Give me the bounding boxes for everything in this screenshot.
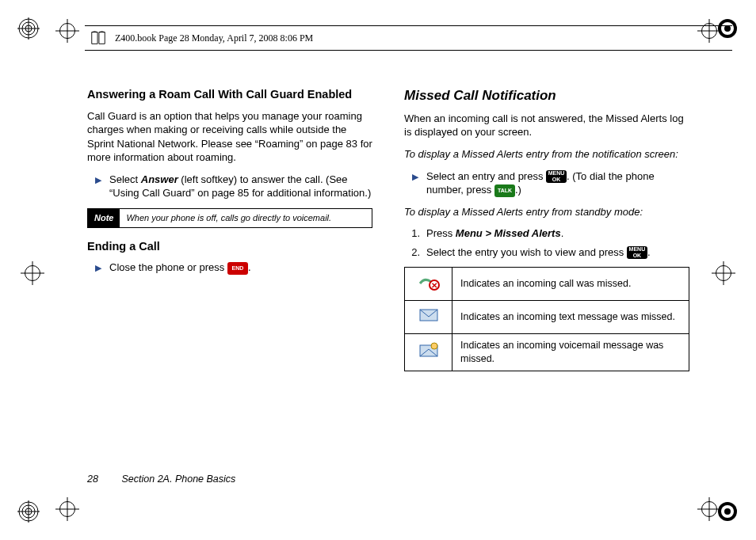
list-number: 1.: [409, 226, 420, 241]
left-column: Answering a Roam Call With Call Guard En…: [87, 87, 372, 475]
table-cell: Indicates an incoming voicemail message …: [452, 334, 689, 371]
paragraph: When an incoming call is not answered, t…: [404, 112, 689, 139]
bullet-arrow-icon: ▶: [95, 262, 101, 275]
bullet-text: Select an entry and press MENUOK. (To di…: [426, 169, 689, 197]
registration-mark-icon: [17, 17, 40, 40]
list-item: 1. Press Menu > Missed Alerts.: [404, 226, 689, 241]
crop-cross-icon: [55, 19, 79, 43]
svg-point-20: [431, 343, 437, 349]
crop-cross-icon: [697, 497, 721, 521]
heading-ending-call: Ending a Call: [87, 239, 372, 255]
list-item: 2. Select the entry you wish to view and…: [404, 245, 689, 260]
bullet-item: ▶ Select an entry and press MENUOK. (To …: [404, 169, 689, 197]
page-header: Z400.book Page 28 Monday, April 7, 2008 …: [85, 25, 732, 51]
note-text: When your phone is off, calls go directl…: [120, 209, 372, 227]
table-row: ✕ Indicates an incoming call was missed.: [405, 268, 689, 301]
menu-ok-key-icon: MENUOK: [627, 246, 647, 259]
book-icon: [90, 29, 107, 47]
crop-cross-icon: [55, 497, 79, 521]
icon-legend-table: ✕ Indicates an incoming call was missed.…: [404, 267, 689, 371]
missed-voicemail-icon: [405, 334, 452, 371]
menu-ok-key-icon: MENUOK: [546, 170, 567, 183]
page-content: Answering a Roam Call With Call Guard En…: [87, 87, 689, 475]
section-label: Section 2A. Phone Basics: [121, 473, 235, 485]
paragraph: Call Guard is an option that helps you m…: [87, 109, 372, 165]
page-number: 28: [87, 473, 119, 485]
bullet-text: Select Answer (left softkey) to answer t…: [109, 173, 372, 200]
right-column: Missed Call Notification When an incomin…: [404, 87, 689, 475]
crop-cross-icon: [21, 261, 44, 285]
note-label: Note: [88, 209, 120, 227]
bullet-text: Close the phone or press END.: [109, 260, 251, 275]
list-text: Press Menu > Missed Alerts.: [426, 226, 563, 241]
table-row: Indicates an incoming voicemail message …: [405, 334, 689, 371]
crop-cross-icon: [712, 261, 735, 285]
subheading: To display a Missed Alerts entry from th…: [404, 147, 689, 162]
list-number: 2.: [409, 245, 420, 260]
heading-answering-roam: Answering a Roam Call With Call Guard En…: [87, 87, 372, 103]
bullet-arrow-icon: ▶: [95, 174, 101, 200]
bullet-item: ▶ Select Answer (left softkey) to answer…: [87, 173, 372, 200]
missed-text-icon: [405, 301, 452, 334]
bullet-item: ▶ Close the phone or press END.: [87, 260, 372, 275]
talk-key-icon: TALK: [494, 184, 515, 197]
note-box: Note When your phone is off, calls go di…: [87, 208, 372, 228]
bullet-arrow-icon: ▶: [412, 171, 418, 197]
end-key-icon: END: [227, 262, 248, 275]
registration-mark-icon: [17, 500, 40, 523]
header-text: Z400.book Page 28 Monday, April 7, 2008 …: [115, 32, 313, 44]
table-cell: Indicates an incoming text message was m…: [452, 301, 689, 334]
svg-text:✕: ✕: [431, 281, 437, 290]
missed-call-icon: ✕: [405, 268, 452, 301]
subheading: To display a Missed Alerts entry from st…: [404, 205, 689, 219]
page-footer: 28 Section 2A. Phone Basics: [87, 473, 235, 485]
list-text: Select the entry you wish to view and pr…: [426, 245, 651, 260]
table-cell: Indicates an incoming call was missed.: [452, 268, 689, 301]
heading-missed-call: Missed Call Notification: [404, 87, 689, 105]
svg-point-15: [724, 508, 731, 515]
table-row: Indicates an incoming text message was m…: [405, 301, 689, 334]
